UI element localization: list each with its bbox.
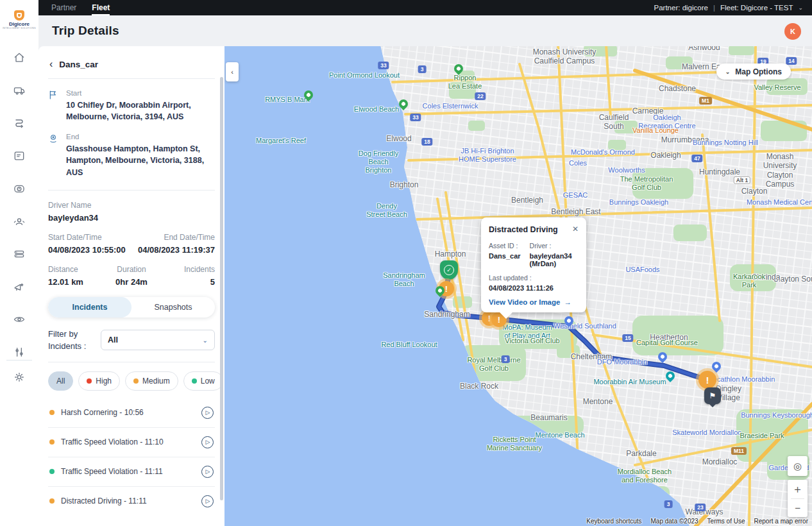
eye-icon[interactable] bbox=[13, 313, 26, 326]
chip-label: All bbox=[56, 377, 65, 386]
my-location-button[interactable]: ◎ bbox=[788, 456, 808, 476]
attribution-link[interactable]: Keyboard shortcuts bbox=[586, 518, 641, 525]
attribution-link[interactable]: Map data ©2023 bbox=[651, 518, 698, 525]
map-attribution: Keyboard shortcutsMap data ©2023Terms of… bbox=[586, 518, 808, 525]
divider bbox=[48, 190, 215, 191]
arrow-right-icon: → bbox=[564, 298, 571, 306]
back-to-trips[interactable]: ‹ Dans_car bbox=[48, 46, 215, 78]
view-video-or-image-link[interactable]: View Video or Image → bbox=[489, 298, 579, 306]
filter-by-incidents-label: Filter by Incidents : bbox=[48, 328, 94, 353]
digicore-logo[interactable]: Digicore INTELLIGENT SOLUTIONS bbox=[3, 10, 36, 30]
settings-icon[interactable] bbox=[13, 371, 26, 384]
brand-tagline: INTELLIGENT SOLUTIONS bbox=[3, 27, 36, 30]
duration-value: 0hr 24m bbox=[104, 277, 160, 287]
end-pin-icon bbox=[48, 133, 58, 144]
incident-row[interactable]: Harsh Cornering - 10:56▷ bbox=[48, 398, 215, 427]
incident-severity-dot bbox=[49, 469, 55, 474]
report-card-icon[interactable] bbox=[13, 149, 26, 162]
incident-filter-row: Filter by Incidents : All ⌄ bbox=[48, 328, 215, 353]
trip-start-block: Start 10 Chifley Dr, Moorabbin Airport, … bbox=[48, 89, 215, 123]
user-avatar[interactable]: K bbox=[784, 23, 801, 40]
users-icon[interactable] bbox=[13, 215, 26, 228]
trip-end-marker[interactable]: ⚑ bbox=[704, 387, 721, 404]
start-address: 10 Chifley Dr, Moorabbin Airport, Melbou… bbox=[66, 99, 212, 123]
rail-divider bbox=[6, 360, 32, 361]
play-icon[interactable]: ▷ bbox=[201, 436, 214, 448]
top-tab-fleet[interactable]: Fleet bbox=[92, 0, 110, 15]
incident-severity-dot bbox=[49, 410, 55, 415]
incidents-count-label: Incidents bbox=[159, 265, 215, 274]
start-flag-icon bbox=[48, 90, 58, 100]
panel-scrollbar[interactable] bbox=[220, 77, 223, 500]
driver-name-label: Driver Name bbox=[48, 201, 215, 210]
map-options-label: Map Options bbox=[735, 67, 782, 76]
close-icon[interactable]: ✕ bbox=[572, 225, 579, 233]
datetime-row: Start Date/Time 04/08/2023 10:55:00 End … bbox=[48, 233, 215, 255]
incident-marker-selected[interactable]: ! bbox=[698, 371, 716, 389]
incident-row[interactable]: Traffic Speed Violation - 11:11▷ bbox=[48, 457, 215, 486]
incident-label: Harsh Cornering - 10:56 bbox=[61, 407, 189, 418]
context-switcher[interactable]: Partner: digicore | Fleet: Digicore - TE… bbox=[654, 4, 803, 12]
driver-name-value: bayleydan34 bbox=[48, 213, 215, 223]
zoom-in-button[interactable]: ＋ bbox=[788, 480, 808, 498]
page-header: Trip Details K bbox=[38, 15, 812, 46]
app-root: Digicore INTELLIGENT SOLUTIONS PartnerFl… bbox=[0, 0, 812, 526]
popup-asset-block: Asset ID : Dans_car bbox=[489, 242, 521, 267]
trip-details-panel: ‹ Dans_car Start 10 Chifley Dr, Moorabbi… bbox=[38, 46, 224, 526]
trip-start-marker[interactable]: ✓ bbox=[440, 260, 458, 280]
attribution-link[interactable]: Terms of Use bbox=[707, 518, 745, 525]
incident-filter-value: All bbox=[108, 335, 118, 344]
severity-chip-high[interactable]: High bbox=[78, 371, 120, 391]
dashcam-icon[interactable] bbox=[13, 182, 26, 195]
end-label: End bbox=[66, 133, 212, 140]
tab-snapshots[interactable]: Snapshots bbox=[131, 297, 215, 318]
start-datetime-value: 04/08/2023 10:55:00 bbox=[48, 245, 131, 255]
brand-name: Digicore bbox=[3, 21, 36, 27]
back-chevron-icon[interactable]: ‹ bbox=[49, 59, 53, 69]
incident-filter-dropdown[interactable]: All ⌄ bbox=[101, 330, 215, 350]
top-bar: PartnerFleet Partner: digicore | Fleet: … bbox=[38, 0, 812, 15]
incident-popup: Distracted Driving ✕ Asset ID : Dans_car… bbox=[481, 217, 586, 312]
chip-label: High bbox=[96, 377, 112, 386]
severity-chip-medium[interactable]: Medium bbox=[125, 371, 178, 391]
announcement-icon[interactable] bbox=[13, 280, 26, 293]
distance-label: Distance bbox=[48, 265, 104, 274]
map-options-button[interactable]: ⌄ Map Options bbox=[716, 64, 791, 80]
devices-icon[interactable] bbox=[13, 248, 26, 260]
zoom-out-button[interactable]: － bbox=[788, 499, 808, 518]
incident-row[interactable]: Traffic Speed Violation - 11:10▷ bbox=[48, 427, 215, 457]
stats-row: Distance 12.01 km Duration 0hr 24m Incid… bbox=[48, 265, 215, 287]
end-address: Glasshouse Hampton, Hampton St, Hampton,… bbox=[66, 143, 212, 178]
incident-label: Distracted Driving - 11:11 bbox=[61, 496, 189, 506]
incidents-count-value: 5 bbox=[159, 277, 215, 287]
severity-chip-low[interactable]: Low bbox=[183, 371, 223, 391]
incident-severity-dot bbox=[49, 439, 55, 445]
chevron-down-icon: ⌄ bbox=[798, 4, 803, 11]
map-canvas[interactable]: Point Ormond LookoutRMYS B MarkElwood Be… bbox=[224, 45, 812, 526]
check-icon: ✓ bbox=[444, 265, 454, 275]
start-label: Start bbox=[66, 89, 212, 97]
context-separator: | bbox=[713, 4, 715, 12]
tab-incidents[interactable]: Incidents bbox=[48, 297, 131, 318]
asset-id-value: Dans_car bbox=[489, 252, 521, 260]
incident-severity-dot bbox=[49, 498, 55, 504]
top-tab-partner[interactable]: Partner bbox=[51, 0, 76, 15]
page-title: Trip Details bbox=[52, 24, 119, 38]
end-datetime-value: 04/08/2023 11:19:37 bbox=[131, 245, 215, 255]
play-icon[interactable]: ▷ bbox=[201, 407, 214, 419]
play-icon[interactable]: ▷ bbox=[201, 495, 214, 507]
vehicle-icon[interactable] bbox=[13, 84, 26, 97]
attribution-link[interactable]: Report a map error bbox=[754, 518, 808, 525]
trip-end-block: End Glasshouse Hampton, Hampton St, Hamp… bbox=[48, 133, 215, 178]
home-icon[interactable] bbox=[13, 51, 26, 64]
incident-row[interactable]: Distracted Driving - 11:11▷ bbox=[48, 486, 215, 516]
collapse-panel-button[interactable]: ‹ bbox=[226, 62, 239, 81]
play-icon[interactable]: ▷ bbox=[201, 466, 214, 478]
distance-value: 12.01 km bbox=[48, 277, 104, 287]
map-zoom-control: ＋ － bbox=[788, 480, 808, 517]
filters-icon[interactable] bbox=[13, 346, 26, 359]
duration-label: Duration bbox=[104, 265, 160, 274]
chevron-down-icon: ⌄ bbox=[725, 69, 731, 75]
severity-chip-all[interactable]: All bbox=[48, 371, 73, 391]
route-icon[interactable] bbox=[13, 117, 26, 130]
